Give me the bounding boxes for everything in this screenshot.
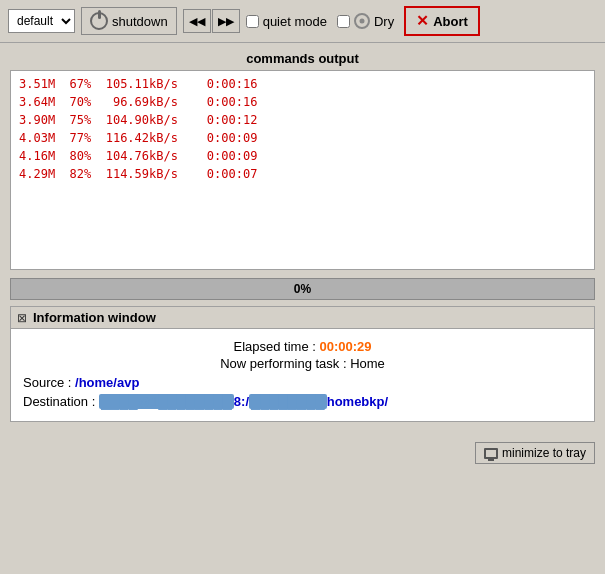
dry-label: Dry	[374, 14, 394, 29]
minimize-label: minimize to tray	[502, 446, 586, 460]
quiet-mode-group: quiet mode	[246, 14, 327, 29]
task-label: Now performing task :	[220, 356, 350, 371]
info-content: Elapsed time : 00:00:29 Now performing t…	[11, 329, 594, 421]
dry-checkbox[interactable]	[337, 15, 350, 28]
destination-port: 8:/	[234, 394, 249, 409]
progress-container: 0%	[10, 278, 595, 300]
info-header: ⊠ Information window	[11, 307, 594, 329]
abort-button[interactable]: ✕ Abort	[404, 6, 480, 36]
profile-select-group: default	[8, 9, 75, 33]
quiet-mode-label: quiet mode	[263, 14, 327, 29]
shutdown-button[interactable]: shutdown	[81, 7, 177, 35]
profile-dropdown[interactable]: default	[8, 9, 75, 33]
main-content: commands output 3.51M 67% 105.11kB/s 0:0…	[0, 43, 605, 430]
power-icon	[90, 12, 108, 30]
list-item: 4.03M 77% 116.42kB/s 0:00:09	[19, 129, 586, 147]
toolbar: default shutdown ◀◀ ▶▶ quiet mode Dry ✕ …	[0, 0, 605, 43]
collapse-icon[interactable]: ⊠	[17, 311, 27, 325]
source-label: Source :	[23, 375, 71, 390]
prev-button[interactable]: ◀◀	[183, 9, 211, 33]
list-item: 3.90M 75% 104.90kB/s 0:00:12	[19, 111, 586, 129]
destination-label: Destination :	[23, 394, 95, 409]
source-value: /home/avp	[75, 375, 139, 390]
abort-label: Abort	[433, 14, 468, 29]
commands-title: commands output	[10, 51, 595, 66]
task-value: Home	[350, 356, 385, 371]
elapsed-label: Elapsed time :	[233, 339, 319, 354]
list-item: 3.64M 70% 96.69kB/s 0:00:16	[19, 93, 586, 111]
commands-panel: commands output 3.51M 67% 105.11kB/s 0:0…	[10, 51, 595, 270]
list-item: 4.29M 82% 114.59kB/s 0:00:07	[19, 165, 586, 183]
monitor-icon	[484, 448, 498, 459]
footer: minimize to tray	[0, 434, 605, 472]
commands-output[interactable]: 3.51M 67% 105.11kB/s 0:00:163.64M 70% 96…	[10, 70, 595, 270]
source-row: Source : /home/avp	[23, 375, 582, 390]
destination-blurred-1: ████@1████████	[99, 394, 234, 409]
list-item: 3.51M 67% 105.11kB/s 0:00:16	[19, 75, 586, 93]
quiet-mode-checkbox[interactable]	[246, 15, 259, 28]
destination-row: Destination : ████@1████████8:/████████h…	[23, 394, 582, 409]
info-panel-title: Information window	[33, 310, 156, 325]
cd-icon	[354, 13, 370, 29]
progress-label: 0%	[294, 282, 311, 296]
destination-suffix: homebkp/	[327, 394, 388, 409]
nav-buttons: ◀◀ ▶▶	[183, 9, 240, 33]
list-item: 4.16M 80% 104.76kB/s 0:00:09	[19, 147, 586, 165]
destination-blurred-2: ████████	[249, 394, 327, 409]
elapsed-row: Elapsed time : 00:00:29	[23, 339, 582, 354]
task-row: Now performing task : Home	[23, 356, 582, 371]
x-icon: ✕	[416, 12, 429, 30]
next-button[interactable]: ▶▶	[212, 9, 240, 33]
shutdown-label: shutdown	[112, 14, 168, 29]
elapsed-value: 00:00:29	[319, 339, 371, 354]
dry-group: Dry	[337, 13, 394, 29]
info-panel: ⊠ Information window Elapsed time : 00:0…	[10, 306, 595, 422]
minimize-to-tray-button[interactable]: minimize to tray	[475, 442, 595, 464]
